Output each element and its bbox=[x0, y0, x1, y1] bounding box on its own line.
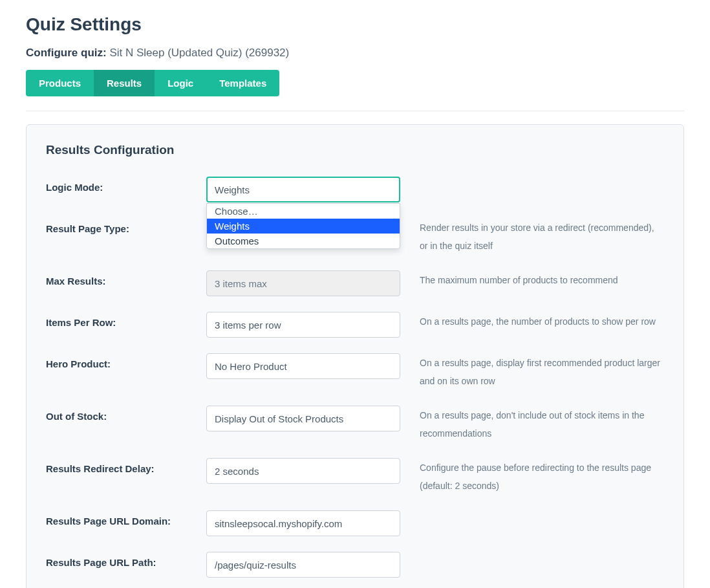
tab-templates[interactable]: Templates bbox=[206, 70, 279, 96]
url-path-input[interactable]: /pages/quiz-results bbox=[206, 552, 400, 578]
help-items-per-row: On a results page, the number of product… bbox=[400, 312, 664, 331]
label-url-path: Results Page URL Path: bbox=[46, 552, 206, 568]
logic-mode-option-choose[interactable]: Choose… bbox=[207, 204, 400, 219]
label-hero-product: Hero Product: bbox=[46, 353, 206, 369]
label-max-results: Max Results: bbox=[46, 270, 206, 287]
row-redirect-delay: Results Redirect Delay: 2 seconds Config… bbox=[46, 458, 664, 495]
results-config-panel: Results Configuration Logic Mode: Weight… bbox=[26, 124, 684, 588]
items-per-row-select[interactable]: 3 items per row bbox=[206, 312, 400, 338]
row-url-domain: Results Page URL Domain: sitnsleepsocal.… bbox=[46, 510, 664, 536]
row-max-results: Max Results: 3 items max The maximum num… bbox=[46, 270, 664, 296]
help-redirect-delay: Configure the pause before redirecting t… bbox=[400, 458, 664, 495]
help-out-of-stock: On a results page, don't include out of … bbox=[400, 406, 664, 442]
page-title: Quiz Settings bbox=[26, 14, 684, 35]
row-items-per-row: Items Per Row: 3 items per row On a resu… bbox=[46, 312, 664, 338]
hero-product-select[interactable]: No Hero Product bbox=[206, 353, 400, 379]
label-items-per-row: Items Per Row: bbox=[46, 312, 206, 328]
logic-mode-option-weights[interactable]: Weights bbox=[207, 219, 400, 234]
section-title: Results Configuration bbox=[46, 143, 664, 157]
configure-quiz-heading: Configure quiz: Sit N Sleep (Updated Qui… bbox=[26, 47, 684, 60]
url-domain-input[interactable]: sitnsleepsocal.myshopify.com bbox=[206, 510, 400, 536]
label-result-page-type: Result Page Type: bbox=[46, 218, 206, 234]
tab-results[interactable]: Results bbox=[94, 70, 155, 96]
help-result-page-type: Render results in your store via a redir… bbox=[400, 218, 664, 255]
redirect-delay-select[interactable]: 2 seconds bbox=[206, 458, 400, 484]
logic-mode-dropdown: Choose… Weights Outcomes bbox=[206, 203, 400, 249]
row-url-path: Results Page URL Path: /pages/quiz-resul… bbox=[46, 552, 664, 578]
max-results-select[interactable]: 3 items max bbox=[206, 270, 400, 296]
help-hero-product: On a results page, display first recomme… bbox=[400, 353, 664, 390]
row-out-of-stock: Out of Stock: Display Out of Stock Produ… bbox=[46, 406, 664, 442]
configure-quiz-label: Configure quiz: bbox=[26, 47, 107, 59]
help-max-results: The maximum number of products to recomm… bbox=[400, 270, 664, 289]
label-logic-mode: Logic Mode: bbox=[46, 177, 206, 193]
tab-products[interactable]: Products bbox=[26, 70, 94, 96]
tab-logic[interactable]: Logic bbox=[155, 70, 206, 96]
divider bbox=[26, 111, 684, 111]
row-hero-product: Hero Product: No Hero Product On a resul… bbox=[46, 353, 664, 390]
logic-mode-option-outcomes[interactable]: Outcomes bbox=[207, 234, 400, 248]
label-url-domain: Results Page URL Domain: bbox=[46, 510, 206, 527]
row-logic-mode: Logic Mode: Weights Choose… Weights Outc… bbox=[46, 177, 664, 202]
label-out-of-stock: Out of Stock: bbox=[46, 406, 206, 422]
configure-quiz-value: Sit N Sleep (Updated Quiz) (269932) bbox=[109, 47, 289, 59]
label-redirect-delay: Results Redirect Delay: bbox=[46, 458, 206, 474]
tabs-bar: Products Results Logic Templates bbox=[26, 70, 684, 96]
logic-mode-select[interactable]: Weights bbox=[206, 177, 400, 202]
out-of-stock-select[interactable]: Display Out of Stock Products bbox=[206, 406, 400, 431]
